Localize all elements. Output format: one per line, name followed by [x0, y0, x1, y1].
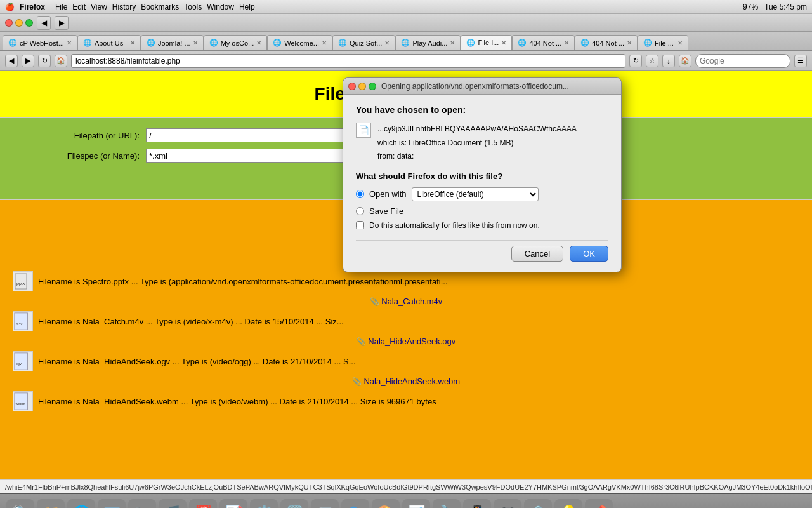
- app-name: Firefox: [20, 3, 45, 11]
- dock-settings[interactable]: ⚙️: [250, 499, 278, 509]
- dock-app6[interactable]: 🎮: [494, 499, 521, 509]
- tab-close-icon[interactable]: ✕: [322, 39, 327, 46]
- dialog-titlebar: Opening application/vnd.openxmlformats-o…: [343, 78, 621, 95]
- tab-label: Joomla! ...: [158, 39, 190, 47]
- search-input[interactable]: [695, 54, 790, 68]
- dock-app7[interactable]: 🔒: [524, 499, 552, 509]
- dock-music[interactable]: 🎵: [159, 499, 187, 509]
- tab-close-icon[interactable]: ✕: [627, 39, 632, 46]
- bookmark-button[interactable]: ☆: [646, 55, 658, 67]
- ok-button[interactable]: OK: [570, 246, 608, 262]
- maximize-button[interactable]: [25, 19, 33, 27]
- tab-playaudio[interactable]: 🌐 Play Audi... ✕: [395, 35, 461, 50]
- apple-icon[interactable]: 🍎: [5, 3, 15, 11]
- home-button[interactable]: 🏠: [55, 55, 67, 67]
- tab-label: cP WebHost...: [20, 39, 64, 47]
- dock-app2[interactable]: 🎨: [372, 499, 400, 509]
- dialog-zoom-button[interactable]: [369, 83, 376, 90]
- dock-app3[interactable]: 📊: [402, 499, 430, 509]
- open-with-radio[interactable]: [356, 190, 364, 198]
- tab-close-icon[interactable]: ✕: [501, 39, 506, 46]
- tab-quiz[interactable]: 🌐 Quiz Sof... ✕: [332, 35, 395, 50]
- tab-404a[interactable]: 🌐 404 Not ... ✕: [512, 35, 575, 50]
- tab-label: Welcome...: [284, 39, 319, 47]
- dock-finder[interactable]: 🔍: [6, 499, 34, 509]
- menu-window[interactable]: Window: [207, 3, 234, 11]
- tab-cpwebhost[interactable]: 🌐 cP WebHost... ✕: [3, 35, 77, 50]
- dialog-which-is: which is: LibreOffice Document (1.5 MB): [377, 137, 581, 150]
- tab-favicon: 🌐: [83, 39, 92, 47]
- url-bar: ◀ ▶ ↻ 🏠 ↻ ☆ ↓ 🏠 ☰: [0, 51, 812, 71]
- cancel-button[interactable]: Cancel: [511, 246, 563, 262]
- dialog-close-button[interactable]: [348, 83, 356, 90]
- tab-welcome[interactable]: 🌐 Welcome... ✕: [267, 35, 332, 50]
- window-buttons: [5, 19, 33, 27]
- tab-label: Quiz Sof...: [350, 39, 382, 47]
- tab-label: 404 Not ...: [592, 39, 624, 47]
- menu-button[interactable]: ☰: [794, 55, 807, 67]
- forward-nav-button[interactable]: ▶: [22, 55, 34, 67]
- dialog-heading: You have chosen to open:: [356, 105, 608, 115]
- tab-close-icon[interactable]: ✕: [193, 39, 198, 46]
- tab-favicon: 🌐: [338, 39, 347, 47]
- tab-aboutus[interactable]: 🌐 About Us - ✕: [77, 35, 141, 50]
- tab-favicon: 🌐: [466, 39, 475, 47]
- tab-close-icon[interactable]: ✕: [256, 39, 261, 46]
- open-with-select[interactable]: LibreOffice (default): [412, 187, 539, 201]
- menu-view[interactable]: View: [91, 3, 107, 11]
- clock: Tue 5:45 pm: [764, 3, 807, 11]
- tab-filei[interactable]: 🌐 File I... ✕: [461, 35, 512, 50]
- back-nav-button[interactable]: ◀: [5, 55, 18, 67]
- menu-file[interactable]: File: [55, 3, 67, 11]
- go-button[interactable]: ↻: [629, 55, 642, 67]
- open-with-dialog: Opening application/vnd.openxmlformats-o…: [343, 77, 622, 272]
- download-button[interactable]: ↓: [662, 55, 675, 67]
- tab-label: About Us -: [95, 39, 128, 47]
- tab-close-icon[interactable]: ✕: [67, 39, 72, 46]
- dock-browser[interactable]: 🌐: [67, 499, 95, 509]
- menu-bookmarks[interactable]: Bookmarks: [141, 3, 179, 11]
- dialog-minimize-button[interactable]: [358, 83, 366, 90]
- forward-button[interactable]: ▶: [55, 16, 69, 30]
- dock-app5[interactable]: 📱: [463, 499, 491, 509]
- status-text: /whiE4Mr1FlbBnP+mBJlx8QheahlFsuli6U7jw6P…: [5, 483, 812, 491]
- dock-photos[interactable]: 📷: [128, 499, 156, 509]
- minimize-button[interactable]: [15, 19, 23, 27]
- firefox-navbar: ◀ ▶: [0, 14, 812, 32]
- tab-close-icon[interactable]: ✕: [450, 39, 455, 46]
- tab-label: File ...: [655, 39, 674, 47]
- reload-button[interactable]: ↻: [38, 55, 51, 67]
- dock-app4[interactable]: 🔧: [433, 499, 461, 509]
- menu-edit[interactable]: Edit: [72, 3, 86, 11]
- page-content: File Information Table Filepath (or URL)…: [0, 71, 812, 479]
- tab-favicon: 🌐: [580, 39, 589, 47]
- auto-checkbox[interactable]: [356, 221, 364, 229]
- close-button[interactable]: [5, 19, 13, 27]
- menu-tools[interactable]: Tools: [184, 3, 202, 11]
- home2-button[interactable]: 🏠: [679, 55, 691, 67]
- tab-close-icon[interactable]: ✕: [678, 39, 683, 46]
- dock-app9[interactable]: 📌: [585, 499, 613, 509]
- tab-close-icon[interactable]: ✕: [564, 39, 569, 46]
- tab-myosco[interactable]: 🌐 My osCo... ✕: [204, 35, 268, 50]
- dock-notes[interactable]: 📝: [219, 499, 247, 509]
- tab-close-icon[interactable]: ✕: [384, 39, 390, 46]
- url-input[interactable]: [71, 54, 625, 68]
- tab-label: Play Audi...: [412, 39, 447, 47]
- dock-app1[interactable]: 🎭: [341, 499, 369, 509]
- back-button[interactable]: ◀: [37, 16, 51, 30]
- dock-trash[interactable]: 🗑️: [280, 499, 308, 509]
- tab-404b[interactable]: 🌐 404 Not ... ✕: [575, 35, 638, 50]
- tab-joomla[interactable]: 🌐 Joomla! ... ✕: [141, 35, 204, 50]
- tab-file2[interactable]: 🌐 File ... ✕: [638, 35, 688, 50]
- menu-help[interactable]: Help: [239, 3, 255, 11]
- dock-terminal[interactable]: 💻: [311, 499, 339, 509]
- tab-close-icon[interactable]: ✕: [130, 39, 135, 46]
- menu-history[interactable]: History: [112, 3, 136, 11]
- dock-app8[interactable]: 💡: [554, 499, 582, 509]
- save-file-radio[interactable]: [356, 207, 364, 215]
- dock-calendar[interactable]: 📅: [189, 499, 217, 509]
- dock-mail[interactable]: ✉️: [98, 499, 126, 509]
- tab-favicon: 🌐: [147, 39, 155, 47]
- dock-folder[interactable]: 📁: [37, 499, 65, 509]
